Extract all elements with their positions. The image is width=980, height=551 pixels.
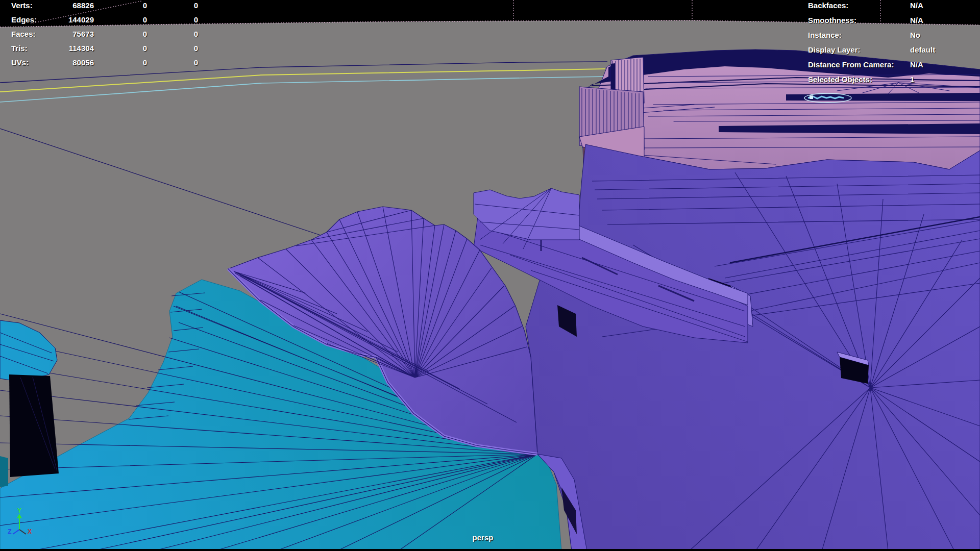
hud-value: 0 (94, 30, 147, 44)
hud-value: default (910, 46, 980, 61)
hud-value: 80056 (43, 59, 94, 73)
hud-value: 144029 (43, 16, 94, 30)
maya-viewport: Y Z X Verts: 68826 0 0 Edges: 144029 0 0… (0, 0, 980, 551)
curve-cyan (0, 77, 607, 102)
hud-label: Smoothness: (808, 16, 910, 31)
hud-value: 1 (910, 76, 980, 90)
camera-name-label: persp (444, 534, 522, 542)
teal-promontory (0, 320, 59, 487)
grid-diagonal-line (0, 129, 327, 237)
poly-count-hud: Verts: 68826 0 0 Edges: 144029 0 0 Faces… (11, 2, 198, 73)
axis-y-label: Y (17, 507, 21, 514)
hud-value: No (910, 31, 980, 46)
hud-label: Display Layer: (808, 46, 910, 61)
hud-value: 0 (94, 2, 147, 16)
bottom-edge-strip (0, 549, 980, 551)
shadow-face (9, 374, 59, 477)
hud-label: Instance: (808, 31, 910, 46)
hud-label: Edges: (11, 16, 43, 30)
hud-label: UVs: (11, 59, 43, 73)
terrain-purple-right-plateau (526, 144, 980, 551)
hud-value: N/A (910, 61, 980, 76)
hud-label: Verts: (11, 2, 43, 16)
hud-value: 0 (94, 44, 147, 59)
hud-label: Tris: (11, 44, 43, 59)
hud-value: 0 (147, 59, 198, 73)
axis-x-label: X (28, 528, 32, 535)
hud-value: 114304 (43, 44, 94, 59)
hud-value: 0 (94, 16, 147, 30)
hud-value: 68826 (43, 2, 94, 16)
hud-value: 0 (147, 2, 198, 16)
hud-label: Selected Objects: (808, 76, 910, 90)
object-info-hud: Backfaces: N/A Smoothness: N/A Instance:… (808, 2, 980, 90)
hud-label: Distance From Camera: (808, 61, 910, 76)
hud-value: N/A (910, 16, 980, 31)
hud-value: N/A (910, 2, 980, 16)
hud-label: Backfaces: (808, 2, 910, 16)
axis-z-label: Z (8, 528, 11, 535)
hud-value: 0 (147, 30, 198, 44)
hud-value: 0 (147, 16, 198, 30)
hud-label: Faces: (11, 30, 43, 44)
hud-value: 0 (94, 59, 147, 73)
hud-value: 75673 (43, 30, 94, 44)
hud-value: 0 (147, 44, 198, 59)
